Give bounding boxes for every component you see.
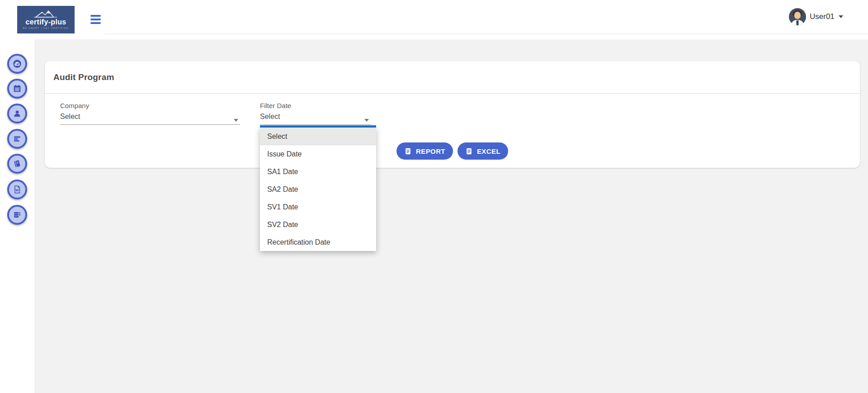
sidebar-item-dashboard[interactable] (7, 54, 27, 74)
company-value: Select (60, 112, 240, 121)
document-icon (404, 147, 412, 155)
user-avatar (789, 8, 806, 25)
excel-button[interactable]: EXCEL (458, 142, 508, 160)
audit-program-card: Audit Program Company Select Filter Date… (45, 61, 860, 168)
list-icon (12, 134, 22, 144)
dashboard-icon (12, 59, 22, 69)
document-icon (465, 147, 473, 155)
app-logo[interactable]: certify-plus BE SMART | GET CERTIFIED (17, 6, 75, 33)
filter-date-label: Filter Date (260, 102, 371, 110)
sidebar-item-users[interactable] (7, 104, 27, 123)
filter-date-option-sa2-date[interactable]: SA2 Date (260, 180, 376, 198)
content-area: Audit Program Company Select Filter Date… (34, 39, 868, 393)
company-underline (60, 124, 240, 125)
filter-date-option-recertification-date[interactable]: Recertification Date (260, 233, 376, 251)
user-icon (12, 109, 22, 118)
top-header: certify-plus BE SMART | GET CERTIFIED Us… (0, 0, 868, 39)
actions-row: REPORT EXCEL (45, 142, 860, 160)
filter-date-dropdown: Select Issue Date SA1 Date SA2 Date SV1 … (260, 128, 376, 251)
sidebar-item-journal[interactable] (7, 154, 27, 174)
user-name: User01 (810, 12, 835, 21)
filter-date-option-sv2-date[interactable]: SV2 Date (260, 216, 376, 233)
report-button-label: REPORT (416, 147, 445, 155)
sidebar: W (0, 39, 34, 393)
chevron-down-icon (364, 119, 369, 122)
report-button[interactable]: REPORT (396, 142, 453, 160)
word-document-icon: W (12, 185, 22, 194)
mountain-logo-icon (33, 10, 59, 18)
svg-text:W: W (15, 188, 19, 192)
sidebar-item-calendar[interactable] (7, 79, 27, 99)
page-title: Audit Program (53, 72, 114, 82)
chevron-down-icon (839, 15, 843, 18)
company-select[interactable]: Company Select (60, 102, 240, 125)
header-divider (104, 33, 868, 34)
filter-date-option-sv1-date[interactable]: SV1 Date (260, 198, 376, 216)
hamburger-menu-icon[interactable] (90, 15, 101, 24)
logo-tagline: BE SMART | GET CERTIFIED (23, 27, 69, 29)
sidebar-item-records[interactable] (7, 205, 27, 225)
filter-date-option-sa1-date[interactable]: SA1 Date (260, 163, 376, 180)
filter-date-select[interactable]: Filter Date Select (260, 102, 371, 125)
book-icon (12, 159, 22, 169)
chevron-down-icon (234, 119, 238, 122)
filter-date-underline (260, 124, 371, 125)
sidebar-item-list[interactable] (7, 129, 27, 149)
logo-title: certify-plus (26, 18, 66, 26)
company-label: Company (60, 102, 240, 110)
page: certify-plus BE SMART | GET CERTIFIED Us… (0, 0, 868, 393)
card-header: Audit Program (45, 61, 860, 94)
user-menu[interactable]: User01 (789, 8, 843, 25)
records-icon (12, 210, 22, 220)
filter-date-option-select[interactable]: Select (260, 128, 376, 145)
filter-date-option-issue-date[interactable]: Issue Date (260, 145, 376, 163)
sidebar-item-word-report[interactable]: W (7, 180, 27, 199)
filter-date-value: Select (260, 112, 371, 121)
excel-button-label: EXCEL (477, 147, 500, 155)
calendar-icon (12, 84, 22, 94)
